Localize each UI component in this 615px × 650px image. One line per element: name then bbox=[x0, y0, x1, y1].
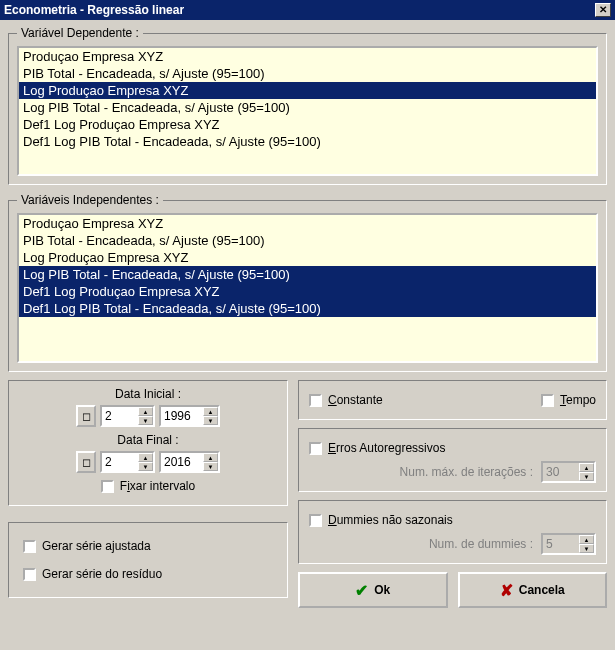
start-month-down[interactable]: ▼ bbox=[138, 416, 153, 425]
list-item[interactable]: Log Produçao Empresa XYZ bbox=[19, 249, 596, 266]
list-item[interactable]: Def1 Log Produçao Empresa XYZ bbox=[19, 116, 596, 133]
end-date-label: Data Final : bbox=[19, 433, 277, 447]
list-item[interactable]: Produçao Empresa XYZ bbox=[19, 215, 596, 232]
end-date-page-icon[interactable]: ◻ bbox=[76, 451, 96, 473]
independent-variables-legend: Variáveis Independentes : bbox=[17, 193, 163, 207]
fix-interval-checkbox[interactable] bbox=[101, 480, 114, 493]
start-date-label: Data Inicial : bbox=[19, 387, 277, 401]
cancel-icon: ✘ bbox=[500, 581, 513, 600]
tempo-label[interactable]: Tempo bbox=[560, 393, 596, 407]
list-item[interactable]: Def1 Log PIB Total - Encadeada, s/ Ajust… bbox=[19, 300, 596, 317]
constant-tempo-group: Constante Tempo bbox=[298, 380, 607, 420]
end-month-spinner[interactable]: ▲▼ bbox=[100, 451, 155, 473]
window-title: Econometria - Regressão linear bbox=[4, 0, 184, 20]
ok-button-label: Ok bbox=[374, 583, 390, 597]
adjusted-series-checkbox[interactable] bbox=[23, 540, 36, 553]
constant-label[interactable]: Constante bbox=[328, 393, 383, 407]
num-dummies-label: Num. de dummies : bbox=[429, 537, 533, 551]
list-item[interactable]: Log PIB Total - Encadeada, s/ Ajuste (95… bbox=[19, 99, 596, 116]
end-year-up[interactable]: ▲ bbox=[203, 453, 218, 462]
list-item[interactable]: Log Produçao Empresa XYZ bbox=[19, 82, 596, 99]
close-button[interactable]: ✕ bbox=[595, 3, 611, 17]
list-item[interactable]: Def1 Log Produçao Empresa XYZ bbox=[19, 283, 596, 300]
ar-errors-group: Erros Autoregressivos Num. máx. de itera… bbox=[298, 428, 607, 492]
end-year-input[interactable] bbox=[161, 453, 203, 471]
num-dummies-down: ▼ bbox=[579, 544, 594, 553]
check-icon: ✔ bbox=[355, 581, 368, 600]
residual-series-label[interactable]: Gerar série do resíduo bbox=[42, 567, 162, 581]
max-iterations-input bbox=[543, 463, 579, 481]
start-month-spinner[interactable]: ▲▼ bbox=[100, 405, 155, 427]
independent-variables-group: Variáveis Independentes : Produçao Empre… bbox=[8, 193, 607, 372]
dummies-label[interactable]: Dummies não sazonais bbox=[328, 513, 453, 527]
ar-errors-checkbox[interactable] bbox=[309, 442, 322, 455]
end-month-down[interactable]: ▼ bbox=[138, 462, 153, 471]
independent-variables-listbox[interactable]: Produçao Empresa XYZPIB Total - Encadead… bbox=[17, 213, 598, 363]
num-dummies-up: ▲ bbox=[579, 535, 594, 544]
ok-button[interactable]: ✔ Ok bbox=[298, 572, 448, 608]
start-year-spinner[interactable]: ▲▼ bbox=[159, 405, 220, 427]
num-dummies-spinner: ▲▼ bbox=[541, 533, 596, 555]
num-dummies-input bbox=[543, 535, 579, 553]
max-iterations-spinner: ▲▼ bbox=[541, 461, 596, 483]
cancel-button[interactable]: ✘ Cancela bbox=[458, 572, 608, 608]
dependent-variable-group: Variável Dependente : Produçao Empresa X… bbox=[8, 26, 607, 185]
series-output-group: Gerar série ajustada Gerar série do resí… bbox=[8, 522, 288, 598]
dummies-checkbox[interactable] bbox=[309, 514, 322, 527]
dependent-variable-listbox[interactable]: Produçao Empresa XYZPIB Total - Encadead… bbox=[17, 46, 598, 176]
dummies-group: Dummies não sazonais Num. de dummies : ▲… bbox=[298, 500, 607, 564]
titlebar: Econometria - Regressão linear ✕ bbox=[0, 0, 615, 20]
cancel-button-label: Cancela bbox=[519, 583, 565, 597]
end-year-spinner[interactable]: ▲▼ bbox=[159, 451, 220, 473]
tempo-checkbox[interactable] bbox=[541, 394, 554, 407]
list-item[interactable]: PIB Total - Encadeada, s/ Ajuste (95=100… bbox=[19, 232, 596, 249]
start-month-input[interactable] bbox=[102, 407, 138, 425]
max-iter-up: ▲ bbox=[579, 463, 594, 472]
list-item[interactable]: PIB Total - Encadeada, s/ Ajuste (95=100… bbox=[19, 65, 596, 82]
end-month-input[interactable] bbox=[102, 453, 138, 471]
max-iterations-label: Num. máx. de iterações : bbox=[400, 465, 533, 479]
residual-series-checkbox[interactable] bbox=[23, 568, 36, 581]
dependent-variable-legend: Variável Dependente : bbox=[17, 26, 143, 40]
start-date-page-icon[interactable]: ◻ bbox=[76, 405, 96, 427]
list-item[interactable]: Log PIB Total - Encadeada, s/ Ajuste (95… bbox=[19, 266, 596, 283]
date-range-group: Data Inicial : ◻ ▲▼ ▲▼ Data Final : ◻ bbox=[8, 380, 288, 506]
max-iter-down: ▼ bbox=[579, 472, 594, 481]
start-month-up[interactable]: ▲ bbox=[138, 407, 153, 416]
end-month-up[interactable]: ▲ bbox=[138, 453, 153, 462]
list-item[interactable]: Def1 Log PIB Total - Encadeada, s/ Ajust… bbox=[19, 133, 596, 150]
fix-interval-label[interactable]: Fixar intervalo bbox=[120, 479, 195, 493]
adjusted-series-label[interactable]: Gerar série ajustada bbox=[42, 539, 151, 553]
start-year-down[interactable]: ▼ bbox=[203, 416, 218, 425]
start-year-up[interactable]: ▲ bbox=[203, 407, 218, 416]
end-year-down[interactable]: ▼ bbox=[203, 462, 218, 471]
start-year-input[interactable] bbox=[161, 407, 203, 425]
constant-checkbox[interactable] bbox=[309, 394, 322, 407]
ar-errors-label[interactable]: Erros Autoregressivos bbox=[328, 441, 445, 455]
list-item[interactable]: Produçao Empresa XYZ bbox=[19, 48, 596, 65]
